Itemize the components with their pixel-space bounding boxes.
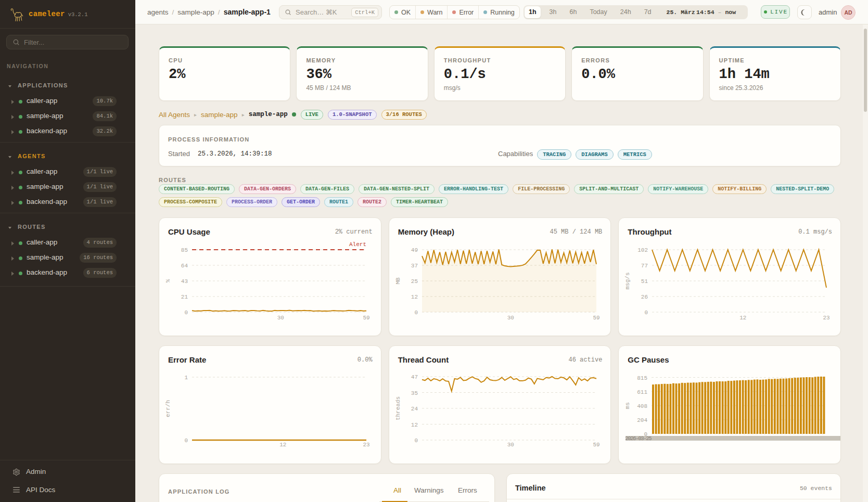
svg-text:611: 611 <box>637 389 648 395</box>
svg-text:1: 1 <box>184 375 188 381</box>
svg-text:12: 12 <box>740 315 747 321</box>
svg-text:30: 30 <box>277 315 284 321</box>
svg-text:12: 12 <box>279 442 286 448</box>
svg-text:59: 59 <box>593 315 599 321</box>
svg-text:204: 204 <box>637 417 648 423</box>
svg-text:12: 12 <box>411 294 417 300</box>
svg-text:0: 0 <box>184 310 188 316</box>
svg-text:23: 23 <box>363 442 369 448</box>
svg-text:35: 35 <box>411 390 417 396</box>
svg-text:0: 0 <box>184 437 188 444</box>
svg-text:49: 49 <box>411 247 417 253</box>
svg-text:MB: MB <box>395 277 401 285</box>
svg-text:102: 102 <box>638 247 648 253</box>
svg-text:25: 25 <box>411 278 417 285</box>
svg-text:12: 12 <box>411 422 417 428</box>
svg-text:0: 0 <box>414 310 418 316</box>
svg-text:59: 59 <box>593 442 599 448</box>
svg-text:msg/s: msg/s <box>624 272 631 289</box>
svg-text:51: 51 <box>641 278 648 285</box>
svg-text:21: 21 <box>181 294 188 300</box>
svg-text:threads: threads <box>395 396 401 420</box>
svg-text:43: 43 <box>181 278 188 285</box>
svg-text:0: 0 <box>645 310 648 316</box>
svg-text:26: 26 <box>641 294 648 300</box>
svg-text:59: 59 <box>363 315 369 321</box>
svg-text:Alert: Alert <box>349 241 366 248</box>
svg-text:408: 408 <box>637 403 648 409</box>
svg-text:%: % <box>165 279 171 282</box>
svg-text:err/h: err/h <box>165 400 171 417</box>
svg-text:0: 0 <box>414 437 418 444</box>
svg-text:85: 85 <box>181 247 188 253</box>
svg-text:30: 30 <box>507 315 514 321</box>
svg-text:47: 47 <box>411 374 417 380</box>
svg-text:815: 815 <box>637 375 648 381</box>
svg-text:24: 24 <box>411 406 418 412</box>
svg-text:30: 30 <box>507 442 514 448</box>
svg-text:ms: ms <box>624 402 631 409</box>
svg-text:23: 23 <box>823 315 830 321</box>
svg-text:64: 64 <box>181 263 188 269</box>
svg-text:37: 37 <box>411 263 417 269</box>
svg-text:77: 77 <box>641 263 648 269</box>
